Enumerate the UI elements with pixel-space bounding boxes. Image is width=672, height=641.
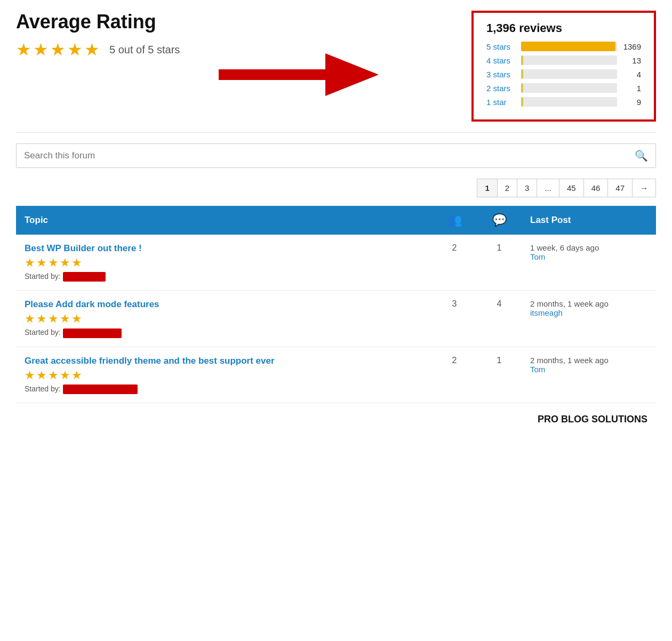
rating-bar-fill: [521, 69, 523, 79]
topic-cell: Best WP Builder out there ! ★★★★★ Starte…: [16, 235, 432, 291]
rating-label: 4 stars: [486, 56, 516, 65]
svg-marker-0: [219, 53, 379, 96]
topic-star: ★: [36, 256, 47, 270]
star-1: ★: [16, 39, 31, 60]
forum-body: Best WP Builder out there ! ★★★★★ Starte…: [16, 235, 656, 403]
author-redacted: [63, 384, 138, 394]
topic-link[interactable]: Please Add dark mode features: [25, 299, 423, 310]
topic-star: ★: [36, 312, 47, 326]
rating-label: 3 stars: [486, 70, 516, 79]
search-bar: 🔍: [16, 143, 656, 168]
voices-cell: 3: [432, 291, 477, 347]
topic-star: ★: [48, 368, 59, 382]
average-stars: ★ ★ ★ ★ ★: [16, 39, 100, 60]
star-4: ★: [67, 39, 83, 60]
topic-link[interactable]: Best WP Builder out there !: [25, 243, 423, 254]
rating-row: 3 stars 4: [486, 69, 641, 79]
search-input[interactable]: [24, 150, 635, 161]
lastpost-cell: 1 week, 6 days ago Tom: [522, 235, 656, 291]
table-row: Best WP Builder out there ! ★★★★★ Starte…: [16, 235, 656, 291]
page-button[interactable]: 2: [497, 179, 517, 197]
rating-row: 2 stars 1: [486, 83, 641, 93]
started-by: Started by:: [25, 272, 423, 282]
voices-icon: 👥: [447, 213, 462, 227]
posts-cell: 1: [477, 347, 522, 403]
rating-row: 4 stars 13: [486, 55, 641, 65]
footer-brand: PRO BLOG SOLUTIONS: [16, 403, 656, 430]
rating-bar-bg: [521, 55, 617, 65]
topic-stars: ★★★★★: [25, 312, 423, 326]
pagination: 123...454647→: [16, 179, 656, 197]
topic-star: ★: [60, 312, 70, 326]
topic-stars: ★★★★★: [25, 368, 423, 382]
started-by: Started by:: [25, 328, 423, 338]
rating-label: 5 stars: [486, 42, 516, 51]
lastpost-cell: 2 months, 1 week ago Tom: [522, 347, 656, 403]
topic-cell: Please Add dark mode features ★★★★★ Star…: [16, 291, 432, 347]
topic-cell: Great accessible friendly theme and the …: [16, 347, 432, 403]
page-button[interactable]: 45: [559, 179, 584, 197]
rating-bar-bg: [521, 97, 617, 107]
table-row: Please Add dark mode features ★★★★★ Star…: [16, 291, 656, 347]
pagination-buttons: 123...454647→: [477, 179, 656, 197]
rating-count: 13: [622, 56, 641, 65]
topic-star: ★: [48, 256, 59, 270]
lastpost-time: 2 months, 1 week ago: [530, 299, 647, 308]
star-3: ★: [50, 39, 66, 60]
rating-bar-bg: [521, 83, 617, 93]
lastpost-user[interactable]: Tom: [530, 365, 647, 374]
rating-label: 1 star: [486, 98, 516, 107]
topic-star: ★: [48, 312, 59, 326]
author-redacted: [63, 328, 122, 338]
page-button[interactable]: ...: [537, 179, 559, 197]
col-header-topic: Topic: [16, 206, 432, 235]
rating-rows: 5 stars 1369 4 stars 13 3 stars 4 2 star…: [486, 42, 641, 107]
rating-count: 1: [622, 84, 641, 93]
rating-breakdown-box: 1,396 reviews 5 stars 1369 4 stars 13 3 …: [471, 11, 656, 122]
rating-label: 2 stars: [486, 84, 516, 93]
lastpost-time: 2 months, 1 week ago: [530, 356, 647, 365]
voices-cell: 2: [432, 235, 477, 291]
topic-stars: ★★★★★: [25, 256, 423, 270]
topic-star: ★: [71, 312, 82, 326]
page-button[interactable]: 3: [517, 179, 537, 197]
topic-star: ★: [71, 368, 82, 382]
page-button[interactable]: 46: [583, 179, 609, 197]
rating-count: 4: [622, 70, 641, 79]
rating-bar-bg: [521, 42, 617, 51]
topic-star: ★: [25, 368, 35, 382]
col-header-voices: 👥: [432, 206, 477, 235]
rating-bar-fill: [521, 55, 523, 65]
page-button[interactable]: 47: [607, 179, 633, 197]
page-button[interactable]: 1: [477, 179, 497, 197]
page-button[interactable]: →: [632, 179, 656, 197]
table-row: Great accessible friendly theme and the …: [16, 347, 656, 403]
topic-link[interactable]: Great accessible friendly theme and the …: [25, 356, 423, 366]
voices-cell: 2: [432, 347, 477, 403]
rating-bar-fill: [521, 83, 523, 93]
search-icon[interactable]: 🔍: [635, 149, 648, 162]
topic-star: ★: [25, 256, 35, 270]
lastpost-time: 1 week, 6 days ago: [530, 243, 647, 252]
posts-cell: 1: [477, 235, 522, 291]
started-by: Started by:: [25, 384, 423, 394]
author-redacted: [63, 272, 106, 282]
page-title: Average Rating: [16, 11, 471, 33]
lastpost-user[interactable]: itsmeagh: [530, 308, 647, 317]
posts-cell: 4: [477, 291, 522, 347]
rating-bar-bg: [521, 69, 617, 79]
rating-row: 5 stars 1369: [486, 42, 641, 51]
topic-star: ★: [25, 312, 35, 326]
topic-star: ★: [60, 256, 70, 270]
lastpost-user[interactable]: Tom: [530, 252, 647, 261]
table-header: Topic 👥 💬 Last Post: [16, 206, 656, 235]
total-reviews-label: 1,396 reviews: [486, 21, 641, 35]
forum-table: Topic 👥 💬 Last Post Best WP Builder out …: [16, 206, 656, 403]
lastpost-cell: 2 months, 1 week ago itsmeagh: [522, 291, 656, 347]
rating-bar-fill: [521, 97, 523, 107]
topic-star: ★: [36, 368, 47, 382]
topic-star: ★: [71, 256, 82, 270]
search-section: 🔍: [16, 143, 656, 168]
rating-count: 9: [622, 98, 641, 107]
rating-bar-fill: [521, 42, 615, 51]
